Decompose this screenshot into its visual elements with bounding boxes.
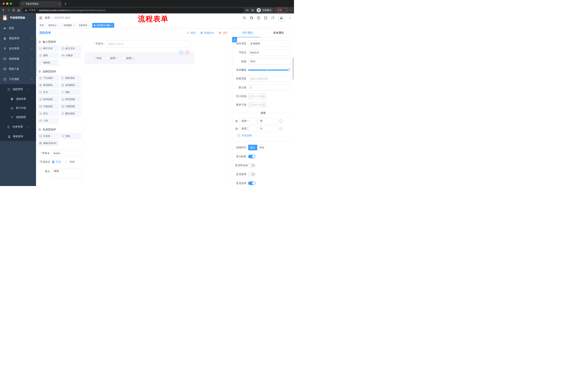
address-bar[interactable]: 不安全 dashboard.yudao.iocoder.cn/bpm/manag… (22, 8, 244, 13)
component-row-container[interactable]: 行容器 (38, 133, 59, 139)
component-radio-group[interactable]: 单选框组 (38, 82, 59, 88)
new-tab-button[interactable]: + (62, 2, 69, 7)
zoom-window-button[interactable] (10, 2, 12, 5)
browser-update-button[interactable]: 更新 ⋮ (275, 8, 288, 12)
component-cascader[interactable]: 级联选择 (60, 75, 81, 81)
password-key-icon[interactable] (246, 9, 249, 12)
option-value-input[interactable] (258, 126, 278, 132)
properties-scrollbar[interactable] (293, 58, 294, 80)
radio-selected-icon[interactable] (52, 161, 55, 163)
component-time-picker[interactable]: 时间选择 (38, 96, 59, 102)
component-checkbox-group[interactable]: 多选框组 (60, 82, 81, 88)
window-controls[interactable] (0, 2, 15, 7)
form-name-input[interactable] (52, 150, 81, 156)
disabled-toggle[interactable] (248, 172, 255, 176)
add-option-button[interactable]: + 添加选项 (237, 134, 291, 137)
github-icon[interactable] (250, 16, 253, 20)
component-textarea[interactable]: 多行文本 (60, 45, 81, 51)
left-panel-scrollbar[interactable] (36, 38, 37, 76)
tag-process-model[interactable]: 流程模型× (62, 23, 76, 28)
sidebar-item-process-form[interactable]: 流程表单 (0, 95, 36, 104)
component-select[interactable]: 下拉选择 (38, 75, 59, 81)
component-time-range[interactable]: 时间范围 (60, 96, 81, 102)
component-slider[interactable]: 滑块 (60, 89, 81, 95)
tag-process-form-edit[interactable]: 流程表单-编辑× (92, 23, 114, 28)
sidebar-item-process-model[interactable]: 流程模型 (0, 113, 36, 122)
minimize-window-button[interactable] (6, 2, 8, 5)
toolbar-caret-icon[interactable]: ▾ (290, 9, 292, 11)
close-window-button[interactable] (2, 2, 5, 5)
forward-icon[interactable] (7, 9, 10, 12)
border-toggle[interactable] (248, 164, 255, 167)
title-input[interactable] (248, 58, 291, 65)
show-label-toggle[interactable] (248, 155, 255, 158)
sidebar-item-infrastructure[interactable]: 基础设施 (0, 54, 36, 64)
component-table[interactable]: 表格[开发中] (38, 140, 59, 146)
phone-input[interactable] (105, 40, 190, 47)
component-date-range[interactable]: 日期范围 (60, 103, 81, 109)
option-label-input[interactable] (239, 126, 257, 132)
sidebar-item-user-group[interactable]: 用户分组 (0, 104, 36, 113)
tab-form-props[interactable]: 表单属性 (263, 29, 294, 37)
default-value-input[interactable] (248, 85, 291, 91)
tag-process-form[interactable]: 流程表单× (77, 23, 91, 28)
search-icon[interactable] (243, 16, 246, 20)
status-radio-on[interactable]: 开启 (52, 160, 61, 164)
sidebar-item-process-management[interactable]: 流程管理 (0, 84, 36, 95)
canvas-field-gender-selected[interactable]: *性别 选项一 选项二 (84, 52, 194, 64)
stepper-value[interactable]: 最多可选 (253, 102, 262, 107)
delete-component-button[interactable] (185, 50, 189, 55)
sidebar-item-task-management[interactable]: 任务管理 (0, 122, 36, 132)
component-switch[interactable]: 开关 (38, 89, 59, 95)
form-remark-textarea[interactable]: 嘿嘿 (52, 168, 81, 179)
remove-option-button[interactable]: − (279, 119, 283, 123)
stepper-minus-button[interactable]: − (248, 94, 253, 99)
stepper-plus-button[interactable]: + (262, 94, 266, 99)
tag-close-icon[interactable]: × (73, 24, 74, 27)
font-size-icon[interactable] (271, 16, 274, 20)
component-button[interactable]: 按钮 (60, 133, 81, 139)
sidebar-item-workflow[interactable]: 工作流程 (0, 74, 36, 84)
label-width-input[interactable] (248, 75, 291, 82)
component-color-picker[interactable]: 颜色选择 (60, 110, 81, 117)
breadcrumb-home[interactable]: 首页 (45, 16, 50, 20)
tag-close-icon[interactable]: × (111, 24, 113, 27)
gender-option-2[interactable]: 选项二 (122, 57, 134, 60)
avatar[interactable] (278, 14, 285, 21)
status-radio-off[interactable]: 关闭 (66, 160, 74, 164)
component-upload[interactable]: 上传 (38, 117, 59, 124)
component-counter[interactable]: 123计数器 (60, 53, 81, 58)
tag-close-icon[interactable]: × (58, 24, 59, 27)
tag-home[interactable]: 首页 (38, 23, 45, 28)
component-rate[interactable]: 评分 (38, 110, 59, 117)
help-icon[interactable] (257, 16, 260, 20)
save-button[interactable]: 保存 (187, 31, 196, 35)
sidebar-item-system[interactable]: 系统管理 (0, 33, 36, 43)
checkbox-icon[interactable] (122, 57, 125, 60)
option-label-input[interactable] (239, 118, 257, 124)
bookmark-star-icon[interactable] (251, 9, 254, 12)
component-editor[interactable]: 编辑器 (38, 60, 59, 65)
drag-handle-icon[interactable] (235, 120, 238, 123)
view-json-button[interactable]: 查看json (200, 31, 214, 35)
stepper-minus-button[interactable]: − (248, 102, 253, 107)
browser-tab[interactable]: 芋道管理系统 × (20, 1, 62, 7)
collapse-sidebar-icon[interactable] (39, 16, 42, 20)
reload-icon[interactable] (12, 9, 15, 12)
slider-handle[interactable] (287, 68, 290, 71)
component-password[interactable]: 密码 (38, 53, 59, 58)
stepper-plus-button[interactable]: + (262, 102, 266, 107)
back-icon[interactable] (2, 9, 5, 12)
remove-option-button[interactable]: − (279, 127, 283, 130)
canvas-field-phone[interactable]: *手机号 (94, 40, 190, 47)
max-select-stepper[interactable]: − 最多可选 + (248, 102, 266, 108)
tab-component-props[interactable]: 组件属性 (232, 29, 263, 37)
field-name-input[interactable] (248, 50, 291, 56)
duplicate-component-button[interactable] (179, 50, 184, 55)
home-icon[interactable] (17, 9, 20, 12)
component-date-picker[interactable]: 日期选择 (38, 103, 59, 109)
radio-unselected-icon[interactable] (66, 161, 68, 163)
sidebar-item-payment[interactable]: ¥ 支付管理 (0, 43, 36, 54)
component-input[interactable]: 单行文本 (38, 45, 59, 51)
fullscreen-icon[interactable] (264, 16, 267, 20)
